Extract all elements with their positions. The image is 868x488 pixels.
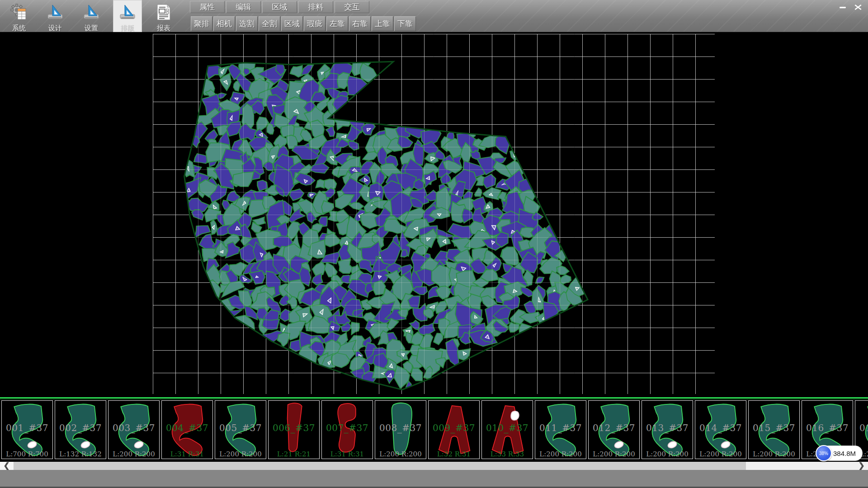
action-button-2[interactable]: 相机 — [213, 16, 235, 31]
piece-id-label: 009_#37 — [429, 422, 479, 433]
action-button-9[interactable]: 上靠 — [372, 16, 393, 31]
toolbar-tab-label: 设置 — [85, 24, 98, 32]
piece-lr-label: L:200 R:200 — [695, 450, 746, 458]
piece-lr-label: L:200 R:200 — [108, 450, 159, 458]
menu-button-5[interactable]: 交互 — [335, 1, 369, 13]
memory-percent: 38% — [819, 451, 828, 456]
menu-button-3[interactable]: 区域 — [262, 1, 297, 13]
toolbar-tab-label: 报表 — [157, 24, 170, 32]
action-button-7[interactable]: 左靠 — [326, 16, 348, 31]
piece-id-label: 013_#37 — [642, 422, 693, 433]
action-button-3[interactable]: 选割 — [236, 16, 258, 31]
action-button-4[interactable]: 全割 — [259, 16, 280, 31]
menu-button-4[interactable]: 排料 — [298, 1, 333, 13]
piece-lr-label: L:32 R:31 — [429, 450, 479, 458]
close-button[interactable] — [852, 2, 864, 12]
piece-id-label: 004_#37 — [162, 422, 212, 433]
set-square-icon — [82, 3, 100, 24]
report-doc-icon — [155, 3, 173, 24]
minimize-icon — [839, 4, 846, 10]
piece-id-label: 012_#37 — [589, 422, 639, 433]
piece-lr-label: L:200 R:200 — [375, 450, 426, 458]
piece-id-label: 003_#37 — [108, 422, 159, 433]
scroll-right-arrow-icon[interactable]: ❯ — [855, 462, 868, 470]
thumbnail-cell-14[interactable]: 014_#37L:200 R:200 — [695, 400, 746, 459]
piece-id-label: 007_#37 — [322, 422, 373, 433]
piece-lr-label: L:200 R:200 — [535, 450, 586, 458]
thumbnail-cells: 001_#37L:700 R:700002_#37L:132 R:132003_… — [1, 400, 868, 459]
piece-id-label: 014_#37 — [695, 422, 746, 433]
piece-id-label: 008_#37 — [375, 422, 426, 433]
piece-id-label: 016_#37 — [802, 422, 853, 433]
piece-lr-label: L:200 R:200 — [749, 450, 799, 458]
thumbnail-cell-1[interactable]: 001_#37L:700 R:700 — [1, 400, 53, 459]
thumbnail-cell-7[interactable]: 007_#37L:31 R:31 — [321, 400, 373, 459]
piece-lr-label: L:31 R:31 — [322, 450, 373, 458]
piece-lr-label: L:132 R:132 — [55, 450, 106, 458]
piece-id-label: 015_#37 — [749, 422, 799, 433]
thumbnail-cell-9[interactable]: 009_#37L:32 R:31 — [428, 400, 480, 459]
toolbar: 系统设计设置排版报表 属性编辑区域排料交互 聚排相机选割全割区域瑕疵左靠右靠上靠… — [0, 0, 868, 32]
scroll-left-arrow-icon[interactable]: ❮ — [0, 462, 13, 470]
toolbar-tab-2[interactable]: 设计 — [41, 0, 70, 32]
bottom-status-bar — [0, 470, 868, 488]
app-window: 系统设计设置排版报表 属性编辑区域排料交互 聚排相机选割全割区域瑕疵左靠右靠上靠… — [0, 0, 868, 488]
thumbnail-cell-4[interactable]: 004_#37L:31 R:31 — [161, 400, 213, 459]
horizontal-scrollbar[interactable]: ❮ ❯ — [0, 462, 868, 470]
piece-id-label: 001_#37 — [2, 422, 52, 433]
menu-button-1[interactable]: 属性 — [190, 1, 225, 13]
piece-id-label: 011_#37 — [535, 422, 586, 433]
piece-lr-label: L:33 R:33 — [482, 450, 533, 458]
piece-lr-label: L:31 R:31 — [162, 450, 212, 458]
piece-id-label: 006_#37 — [269, 422, 319, 433]
thumbnail-strip: 001_#37L:700 R:700002_#37L:132 R:132003_… — [0, 397, 868, 462]
set-square-icon — [46, 3, 64, 24]
gear-table-icon — [10, 3, 28, 24]
thumbnail-cell-13[interactable]: 013_#37L:200 R:200 — [642, 400, 693, 459]
minimize-button[interactable] — [836, 2, 849, 12]
thumbnail-cell-12[interactable]: 012_#37L:200 R:200 — [588, 400, 640, 459]
piece-lr-label: L:200 R:200 — [589, 450, 639, 458]
thumbnail-cell-3[interactable]: 003_#37L:200 R:200 — [108, 400, 160, 459]
action-button-8[interactable]: 右靠 — [349, 16, 371, 31]
toolbar-tab-3[interactable]: 设置 — [77, 0, 106, 32]
memory-badge: 38% 384.8M — [816, 445, 863, 461]
piece-lr-label: L:200 R:200 — [215, 450, 266, 458]
piece-id-label: 017_#37 — [855, 422, 868, 433]
thumbnail-cell-6[interactable]: 006_#37L:21 R:21 — [268, 400, 320, 459]
piece-id-label: 010_#37 — [482, 422, 533, 433]
thumbnail-cell-11[interactable]: 011_#37L:200 R:200 — [535, 400, 586, 459]
thumbnail-cell-8[interactable]: 008_#37L:200 R:200 — [375, 400, 426, 459]
thumbnail-cell-2[interactable]: 002_#37L:132 R:132 — [55, 400, 106, 459]
toolbar-tab-label: 系统 — [12, 24, 26, 32]
toolbar-tab-5[interactable]: 报表 — [149, 0, 178, 32]
thumbnail-cell-5[interactable]: 005_#37L:200 R:200 — [215, 400, 266, 459]
set-square-icon — [118, 3, 137, 24]
piece-lr-label: L:200 R:200 — [642, 450, 693, 458]
toolbar-tab-label: 排版 — [121, 24, 134, 32]
memory-value: 384.8M — [833, 450, 856, 457]
toolbar-tab-4[interactable]: 排版 — [113, 0, 142, 32]
piece-id-label: 002_#37 — [55, 422, 106, 433]
close-icon — [854, 4, 862, 10]
action-button-10[interactable]: 下靠 — [394, 16, 416, 31]
thumbnail-cell-10[interactable]: 010_#37L:33 R:33 — [481, 400, 533, 459]
memory-percent-circle: 38% — [816, 445, 832, 461]
toolbar-tab-1[interactable]: 系统 — [5, 0, 33, 32]
action-button-5[interactable]: 区域 — [281, 16, 303, 31]
piece-lr-label: L:700 R:700 — [2, 450, 52, 458]
piece-lr-label: L:21 R:21 — [269, 450, 319, 458]
action-button-6[interactable]: 瑕疵 — [304, 16, 326, 31]
thumbnail-cell-15[interactable]: 015_#37L:200 R:200 — [748, 400, 800, 459]
action-button-1[interactable]: 聚排 — [191, 16, 212, 31]
scrollbar-thumb[interactable] — [14, 462, 746, 470]
toolbar-tab-label: 设计 — [48, 24, 62, 32]
piece-id-label: 005_#37 — [215, 422, 266, 433]
menu-button-2[interactable]: 编辑 — [226, 1, 261, 13]
